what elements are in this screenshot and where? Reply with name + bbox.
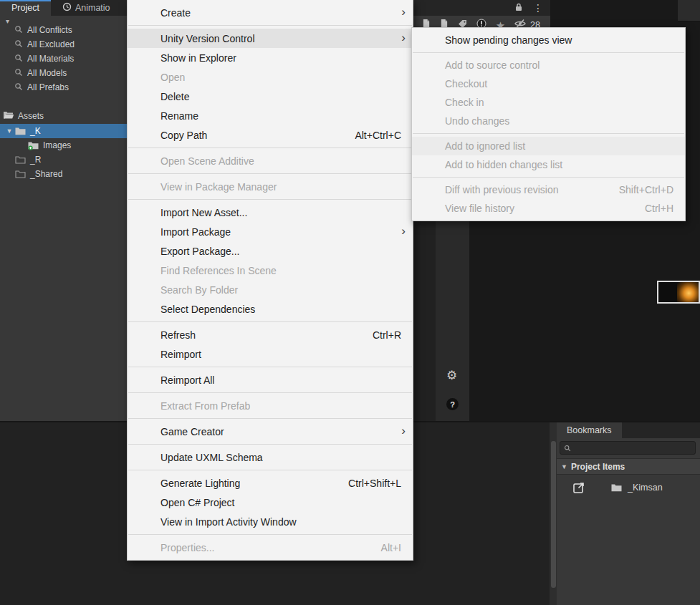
menu-item-generate-lighting[interactable]: Generate LightingCtrl+Shift+L xyxy=(128,473,413,493)
menu-item-label: Open xyxy=(160,72,401,83)
submenu-item-diff-with-previous-revision: Diff with previous revisionShift+Ctrl+D xyxy=(412,180,685,199)
menu-item-reimport[interactable]: Reimport xyxy=(128,344,413,364)
menu-item-export-package[interactable]: Export Package... xyxy=(128,241,413,261)
tab-animation-label: Animatio xyxy=(75,3,110,13)
panel-corner xyxy=(678,0,700,21)
search-icon xyxy=(14,68,23,79)
project-items-label: Project Items xyxy=(571,462,625,472)
gear-icon[interactable]: ⚙ xyxy=(446,369,457,382)
menu-item-extract-from-prefab: Extract From Prefab xyxy=(128,396,413,415)
menu-item-unity-version-control[interactable]: Unity Version Control› xyxy=(128,29,413,48)
menu-item-import-package[interactable]: Import Package› xyxy=(128,222,413,241)
favorite-search-label: All Prefabs xyxy=(27,82,69,92)
favorite-search-label: All Excluded xyxy=(27,39,75,49)
menu-item-label: Add to ignored list xyxy=(445,140,673,152)
menu-item-label: Game Creator xyxy=(160,426,401,437)
kebab-menu-icon[interactable]: ⋮ xyxy=(533,3,543,13)
menu-item-update-uxml-schema[interactable]: Update UXML Schema xyxy=(128,447,413,467)
menu-separator xyxy=(413,52,684,53)
menu-item-show-in-explorer[interactable]: Show in Explorer xyxy=(128,48,413,67)
menu-item-open-c-project[interactable]: Open C# Project xyxy=(128,493,413,512)
menu-item-reimport-all[interactable]: Reimport All xyxy=(128,370,413,389)
menu-item-open-scene-additive: Open Scene Additive xyxy=(128,151,413,170)
menu-item-label: Diff with previous revision xyxy=(445,184,593,195)
menu-item-label: View in Package Manager xyxy=(160,181,401,193)
submenu-item-add-to-source-control: Add to source control xyxy=(412,56,685,74)
menu-item-label: Rename xyxy=(160,110,401,122)
submenu-arrow-icon: › xyxy=(401,424,406,438)
tab-project[interactable]: Project xyxy=(0,0,51,16)
folder-icon xyxy=(14,127,27,135)
scrollbar-thumb[interactable] xyxy=(551,441,556,588)
menu-item-select-dependencies[interactable]: Select Dependencies xyxy=(128,299,413,319)
menu-item-label: Undo changes xyxy=(445,115,673,127)
menu-item-label: Search By Folder xyxy=(160,284,401,296)
menu-item-shortcut: Alt+Ctrl+C xyxy=(355,130,401,141)
menu-item-label: Checkout xyxy=(445,78,673,89)
project-folder-label: _K xyxy=(30,126,41,136)
lantern-glow xyxy=(677,282,699,302)
unity-editor-window: ⚙ ? ▶LanternEig▶CanvasEventSystem Projec… xyxy=(0,0,700,605)
search-icon xyxy=(14,54,23,64)
favorite-search-label: All Conflicts xyxy=(27,25,72,35)
menu-item-rename[interactable]: Rename xyxy=(128,106,413,125)
search-icon xyxy=(564,442,571,455)
menu-separator xyxy=(128,147,412,148)
open-external-icon[interactable] xyxy=(572,481,585,494)
submenu-item-view-file-history: View file historyCtrl+H xyxy=(412,199,685,218)
menu-item-import-new-asset[interactable]: Import New Asset... xyxy=(128,203,413,222)
project-items-header[interactable]: ▼ Project Items xyxy=(557,458,700,475)
menu-item-label: Properties... xyxy=(160,542,355,553)
bookmarks-tab-bar: Bookmarks xyxy=(557,422,700,438)
menu-item-create[interactable]: Create› xyxy=(128,3,413,22)
menu-item-properties: Properties...Alt+I xyxy=(128,538,413,557)
menu-item-shortcut: Alt+I xyxy=(381,542,401,553)
asset-preview-thumbnail xyxy=(657,281,700,304)
menu-item-shortcut: Ctrl+H xyxy=(645,203,673,214)
menu-item-label: Export Package... xyxy=(160,246,401,257)
menu-separator xyxy=(128,444,412,445)
menu-separator xyxy=(128,470,412,470)
submenu-item-checkout: Checkout xyxy=(412,74,685,93)
menu-item-label: Show in Explorer xyxy=(160,52,401,64)
menu-item-shortcut: Ctrl+R xyxy=(373,329,401,341)
menu-separator xyxy=(128,534,412,535)
menu-item-label: Show pending changes view xyxy=(445,34,673,46)
bookmark-item-kimsan[interactable]: _Kimsan xyxy=(557,478,700,497)
tab-bookmarks[interactable]: Bookmarks xyxy=(557,422,622,438)
triangle-down-icon: ▼ xyxy=(4,127,14,135)
menu-item-copy-path[interactable]: Copy PathAlt+Ctrl+C xyxy=(128,125,413,145)
menu-item-label: Refresh xyxy=(160,329,347,341)
menu-separator xyxy=(128,367,412,367)
search-icon xyxy=(14,25,23,36)
menu-item-label: Update UXML Schema xyxy=(160,452,401,463)
menu-item-label: Extract From Prefab xyxy=(160,400,401,412)
submenu-item-undo-changes: Undo changes xyxy=(412,112,685,130)
context-menu: Create›Unity Version Control›Show in Exp… xyxy=(127,0,413,561)
menu-item-view-in-import-activity-window[interactable]: View in Import Activity Window xyxy=(128,512,413,531)
menu-separator xyxy=(413,133,684,134)
folder-empty-icon xyxy=(14,170,27,178)
help-icon[interactable]: ? xyxy=(446,398,459,410)
assets-root-label: Assets xyxy=(18,111,44,121)
lock-icon[interactable] xyxy=(514,1,523,14)
submenu-item-add-to-ignored-list: Add to ignored list xyxy=(412,137,685,155)
bookmarks-search-input[interactable] xyxy=(574,443,691,453)
menu-separator xyxy=(128,321,412,322)
project-folder-label: _Shared xyxy=(30,169,62,179)
menu-item-label: View file history xyxy=(445,203,619,214)
tab-animation[interactable]: Animatio xyxy=(51,0,122,16)
version-control-submenu: Show pending changes viewAdd to source c… xyxy=(411,27,686,221)
menu-item-view-in-package-manager: View in Package Manager xyxy=(128,177,413,196)
scrollbar-vertical[interactable] xyxy=(550,422,557,605)
menu-item-search-by-folder: Search By Folder xyxy=(128,280,413,299)
menu-item-game-creator[interactable]: Game Creator› xyxy=(128,422,413,441)
search-icon xyxy=(14,82,23,93)
search-icon xyxy=(14,39,23,50)
menu-item-label: Import Package xyxy=(160,226,401,238)
bookmark-item-label: _Kimsan xyxy=(628,483,663,493)
menu-item-label: Unity Version Control xyxy=(160,33,401,44)
submenu-item-show-pending-changes-view[interactable]: Show pending changes view xyxy=(412,31,685,49)
menu-item-delete[interactable]: Delete xyxy=(128,87,413,106)
menu-item-refresh[interactable]: RefreshCtrl+R xyxy=(128,325,413,344)
